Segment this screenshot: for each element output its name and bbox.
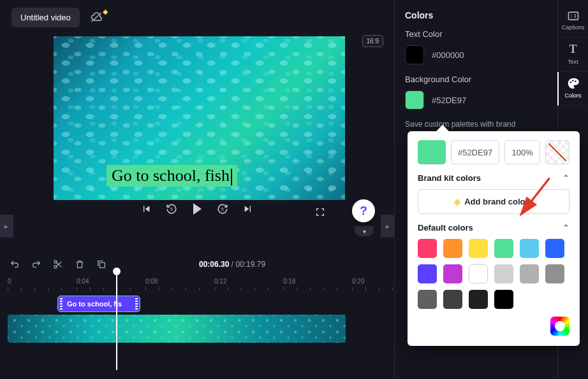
aspect-ratio-badge[interactable]: 16:9 <box>362 35 383 47</box>
color-chip[interactable] <box>520 264 539 283</box>
skip-end-icon[interactable] <box>242 203 254 215</box>
svg-rect-4 <box>568 12 578 20</box>
timecode-display: 00:06.30 / 00:19.79 <box>199 260 265 269</box>
panel-expand-left[interactable]: ▸ <box>0 215 13 238</box>
playhead[interactable] <box>116 271 117 370</box>
opacity-input[interactable]: 100% <box>504 140 540 164</box>
color-chip[interactable] <box>443 290 462 309</box>
help-button[interactable]: ? <box>352 199 375 222</box>
video-canvas[interactable]: Go to school, fish <box>54 36 345 200</box>
ruler-tick: 0 <box>8 278 11 285</box>
color-chip[interactable] <box>494 264 513 283</box>
caption-clip[interactable]: Go to school, fis <box>57 296 140 312</box>
ruler-tick: 0:04 <box>77 278 89 285</box>
project-title[interactable]: Untitled video <box>11 8 80 27</box>
svg-point-5 <box>570 82 571 83</box>
tab-captions[interactable]: Captions <box>558 5 588 38</box>
svg-point-6 <box>571 80 573 82</box>
panel-expand-right[interactable]: ▸ <box>381 215 395 238</box>
chevron-up-icon[interactable]: ⌃ <box>562 223 570 232</box>
premium-icon: ◆ <box>103 8 108 16</box>
chevron-up-icon[interactable]: ⌃ <box>562 173 570 183</box>
no-color-icon[interactable] <box>545 140 570 164</box>
color-chip[interactable] <box>443 239 462 258</box>
rewind-5-icon[interactable]: 5 <box>166 203 177 215</box>
skip-start-icon[interactable] <box>140 203 152 215</box>
tab-colors[interactable]: Colors <box>557 72 587 106</box>
background-color-hex: #52DE97 <box>432 96 466 105</box>
color-chip[interactable] <box>545 239 564 258</box>
color-chip[interactable] <box>418 264 437 283</box>
redo-icon[interactable] <box>31 259 42 270</box>
text-color-hex: #000000 <box>432 50 464 60</box>
custom-color-picker-icon[interactable] <box>550 317 570 336</box>
fullscreen-icon[interactable] <box>315 207 325 220</box>
undo-icon[interactable] <box>9 259 20 270</box>
svg-rect-3 <box>99 262 105 268</box>
ruler-tick: 0:16 <box>283 278 295 285</box>
text-color-swatch[interactable] <box>405 45 424 64</box>
color-chip[interactable] <box>418 239 437 258</box>
forward-5-icon[interactable]: 5 <box>217 203 228 215</box>
split-icon[interactable] <box>52 259 64 270</box>
ruler-tick: 0:08 <box>145 278 158 285</box>
brand-colors-heading: Brand kit colors <box>418 173 481 183</box>
duplicate-icon[interactable] <box>96 259 107 270</box>
tab-text[interactable]: T Text <box>558 38 588 72</box>
svg-point-7 <box>575 80 577 82</box>
color-chip[interactable] <box>520 239 539 258</box>
hex-input[interactable]: #52DE97 <box>451 140 499 164</box>
ruler-tick: 0:12 <box>214 278 226 285</box>
cloud-sync-off-icon[interactable]: ◆ <box>89 12 104 24</box>
premium-icon: ◆ <box>454 197 460 206</box>
delete-icon[interactable] <box>74 259 85 270</box>
color-chip[interactable] <box>545 264 564 283</box>
current-color-swatch[interactable] <box>418 140 446 164</box>
background-color-swatch[interactable] <box>405 90 424 110</box>
color-chip[interactable] <box>469 264 488 283</box>
color-chip[interactable] <box>469 239 488 258</box>
video-clip[interactable] <box>8 315 346 343</box>
default-colors-heading: Default colors <box>418 223 473 232</box>
color-chip[interactable] <box>494 290 513 309</box>
collapse-preview-icon[interactable]: ▾ <box>355 226 374 236</box>
default-color-palette <box>418 239 570 309</box>
color-chip[interactable] <box>443 264 462 283</box>
brand-palette-note: Save custom palettes with brand <box>405 120 547 129</box>
background-color-label: Background Color <box>405 75 547 84</box>
ruler-tick: 0:20 <box>352 278 364 285</box>
caption-text-editor[interactable]: Go to school, fish <box>107 165 237 187</box>
text-color-label: Text Color <box>405 29 547 39</box>
color-chip[interactable] <box>469 290 488 309</box>
panel-title: Colors <box>405 10 547 20</box>
color-picker-popover: #52DE97 100% Brand kit colors ⌃ ◆ Add br… <box>408 131 580 346</box>
color-chip[interactable] <box>418 290 437 309</box>
color-chip[interactable] <box>494 239 513 258</box>
play-button[interactable] <box>191 203 203 215</box>
